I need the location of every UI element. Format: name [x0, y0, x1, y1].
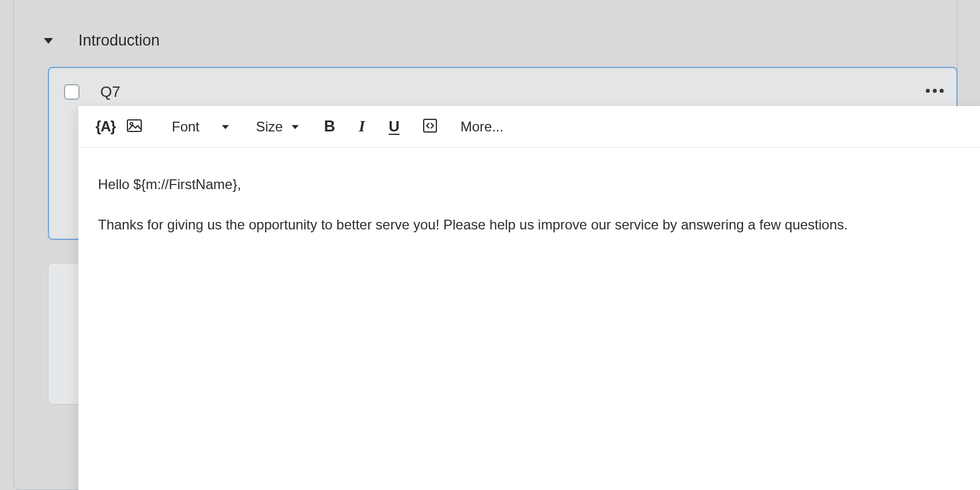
editor-content-area[interactable]: Hello ${m://FirstName}, Thanks for givin… [78, 148, 980, 281]
question-header: Q7 [64, 83, 120, 101]
image-icon [127, 119, 142, 134]
bold-icon: B [324, 118, 336, 135]
editor-toolbar: {A} Font Size [78, 106, 980, 148]
svg-marker-0 [44, 38, 53, 44]
size-label: Size [256, 119, 283, 135]
block-title: Introduction [78, 32, 160, 50]
font-size-dropdown[interactable]: Size [246, 119, 304, 135]
question-actions-menu-icon[interactable] [926, 89, 944, 93]
source-code-icon [423, 118, 438, 135]
source-button[interactable] [416, 112, 444, 141]
question-id-label: Q7 [100, 83, 120, 101]
more-label: More... [461, 119, 504, 135]
svg-rect-8 [424, 119, 436, 132]
italic-icon: I [359, 118, 365, 135]
more-button[interactable]: More... [457, 112, 507, 141]
underline-button[interactable]: U [380, 112, 409, 141]
editor-paragraph: Thanks for giving us the opportunity to … [98, 214, 964, 235]
rich-text-editor: {A} Font Size [78, 106, 980, 490]
piped-text-button[interactable]: {A} [91, 112, 120, 141]
editor-paragraph: Hello ${m://FirstName}, [98, 174, 964, 195]
chevron-down-icon [291, 124, 299, 130]
piped-text-icon: {A} [96, 118, 116, 135]
font-family-dropdown[interactable]: Font [161, 119, 234, 135]
block-header: Introduction [43, 32, 160, 50]
question-select-checkbox[interactable] [64, 84, 80, 100]
italic-button[interactable]: I [348, 112, 376, 141]
underline-icon: U [389, 118, 399, 135]
svg-marker-6 [222, 125, 229, 129]
bold-button[interactable]: B [315, 112, 344, 141]
insert-image-button[interactable] [120, 112, 149, 141]
chevron-down-icon [221, 124, 229, 130]
svg-marker-7 [292, 125, 299, 129]
survey-builder-page: Introduction Q7 Q2 [0, 0, 980, 490]
svg-rect-4 [127, 120, 141, 131]
collapse-caret-icon[interactable] [43, 37, 54, 45]
font-label: Font [172, 119, 199, 135]
